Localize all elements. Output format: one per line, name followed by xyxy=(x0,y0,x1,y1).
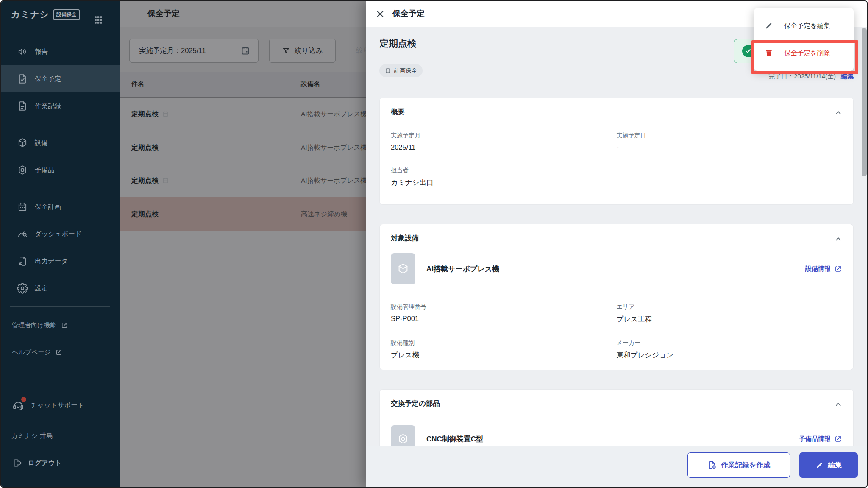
sidebar-item-spare-parts[interactable]: 予備品 xyxy=(1,156,120,184)
chevron-up-icon[interactable] xyxy=(834,108,843,117)
field-label: 設備管理番号 xyxy=(391,303,617,311)
equipment-card: 対象設備 AI搭載サーボプレス機 設備情報 設備管理番号 SP-P001 エリア… xyxy=(379,224,854,370)
equipment-card-title: 対象設備 xyxy=(391,234,419,243)
main-content: 保全予定 実施予定月：2025/11 絞り込み 絞り 件名 設備名 定期点検 A… xyxy=(120,1,366,487)
document-check-icon xyxy=(17,73,28,84)
type-badge-label: 計画保全 xyxy=(394,67,417,75)
sidebar-nav: 報告 保全予定 作業記録 設備 予備品 保全計画 xyxy=(1,38,120,366)
calendar-icon xyxy=(385,67,391,74)
sidebar-link-label: 管理者向け機能 xyxy=(12,321,56,329)
calendar-icon xyxy=(17,201,28,212)
document-plus-icon xyxy=(707,460,717,470)
sidebar-divider xyxy=(10,124,110,124)
record-heading: 定期点検 xyxy=(379,37,417,50)
row-subject: 定期点検 xyxy=(131,143,159,152)
sidebar-link-help[interactable]: ヘルプページ xyxy=(1,339,120,366)
row-equipment: 高速ネジ締め機 xyxy=(301,209,369,219)
field-value: - xyxy=(617,143,843,151)
sidebar-item-maintenance-plan[interactable]: 保全計画 xyxy=(1,193,120,220)
filter-button[interactable]: 絞り込み xyxy=(269,39,336,63)
external-link-icon xyxy=(834,435,842,443)
megaphone-icon xyxy=(17,46,28,57)
menu-item-edit-schedule[interactable]: 保全予定を編集 xyxy=(754,12,854,39)
logo-text: カミナシ xyxy=(11,8,49,20)
overview-card-title: 概要 xyxy=(391,107,405,117)
sidebar-item-dashboard[interactable]: ダッシュボード xyxy=(1,220,120,248)
table-row[interactable]: 定期点検 AI搭載サーボプレス機 xyxy=(120,131,366,164)
create-work-record-button[interactable]: 作業記録を作成 xyxy=(687,452,790,478)
field-value: 東和プレシジョン xyxy=(617,351,843,360)
parts-card-title: 交換予定の部品 xyxy=(391,399,440,408)
field-value: プレス工程 xyxy=(617,315,843,324)
equipment-name: AI搭載サーボプレス機 xyxy=(426,264,805,274)
calendar-icon xyxy=(240,46,250,56)
external-link-icon xyxy=(55,349,63,356)
edit-button-label: 編集 xyxy=(828,460,842,470)
close-icon[interactable] xyxy=(375,8,386,20)
field-value: 2025/11 xyxy=(391,143,617,151)
sidebar-item-work-records[interactable]: 作業記録 xyxy=(1,92,120,120)
app-switcher-icon[interactable] xyxy=(93,15,103,25)
part-name: CNC制御装置C型 xyxy=(426,434,799,444)
document-export-icon xyxy=(17,256,28,267)
sidebar-item-label: 保全計画 xyxy=(35,203,61,212)
row-subject: 定期点検 xyxy=(131,176,159,185)
app-window: カミナシ 設備保全 報告 保全予定 作業記録 設備 xyxy=(0,0,868,488)
field: 担当者 カミナシ出口 xyxy=(391,167,617,187)
month-filter-label: 実施予定月：2025/11 xyxy=(139,46,206,56)
chevron-up-icon[interactable] xyxy=(834,234,843,244)
edit-button[interactable]: 編集 xyxy=(799,452,858,478)
sidebar-item-label: 出力データ xyxy=(35,257,68,266)
sidebar-item-export-data[interactable]: 出力データ xyxy=(1,248,120,275)
field: 設備種別 プレス機 xyxy=(391,339,617,360)
part-info-link-label: 予備品情報 xyxy=(799,435,831,443)
chat-support-label: チャットサポート xyxy=(31,401,84,410)
sidebar-item-equipment[interactable]: 設備 xyxy=(1,129,120,156)
completion-line: 完了日：2025/11/14(金) 編集 xyxy=(768,73,854,81)
part-info-link[interactable]: 予備品情報 xyxy=(799,435,842,443)
field-label: 設備種別 xyxy=(391,339,617,347)
field-label: 実施予定日 xyxy=(617,132,843,139)
equipment-info-link[interactable]: 設備情報 xyxy=(805,265,842,273)
equipment-info-link-label: 設備情報 xyxy=(805,265,831,273)
sidebar-item-label: 設定 xyxy=(35,284,48,293)
document-lines-icon xyxy=(17,100,28,112)
check-circle-icon xyxy=(742,45,754,57)
filter-button-label: 絞り込み xyxy=(295,46,323,56)
sidebar-link-label: ヘルプページ xyxy=(12,349,51,357)
table-row[interactable]: 定期点検 AI搭載サーボプレス機 xyxy=(120,164,366,197)
scrollbar-thumb[interactable] xyxy=(862,28,867,176)
sidebar-item-label: ダッシュボード xyxy=(35,230,82,239)
field: メーカー 東和プレシジョン xyxy=(617,339,843,360)
table-row[interactable]: 定期点検 AI搭載サーボプレス機 xyxy=(120,98,366,131)
filter-bar: 実施予定月：2025/11 絞り込み 絞り xyxy=(120,27,366,72)
row-equipment: AI搭載サーボプレス機 xyxy=(301,142,369,152)
sidebar: カミナシ 設備保全 報告 保全予定 作業記録 設備 xyxy=(1,1,120,487)
menu-item-label: 保全予定を編集 xyxy=(784,22,830,31)
menu-item-label: 保全予定を削除 xyxy=(784,49,830,58)
sidebar-item-label: 予備品 xyxy=(35,166,55,175)
menu-item-delete-schedule[interactable]: 保全予定を削除 xyxy=(754,39,854,67)
sidebar-item-label: 設備 xyxy=(35,139,48,148)
chat-support-button[interactable]: チャットサポート xyxy=(1,392,120,419)
field: エリア プレス工程 xyxy=(617,303,843,324)
sidebar-item-settings[interactable]: 設定 xyxy=(1,275,120,302)
sidebar-item-report[interactable]: 報告 xyxy=(1,38,120,65)
logout-button[interactable]: ログアウト xyxy=(1,451,120,475)
completion-edit-link[interactable]: 編集 xyxy=(841,73,854,81)
field: 設備管理番号 SP-P001 xyxy=(391,303,617,324)
row-subject: 定期点検 xyxy=(131,110,159,119)
month-filter[interactable]: 実施予定月：2025/11 xyxy=(129,39,259,63)
row-equipment: AI搭載サーボプレス機 xyxy=(301,109,369,119)
trash-icon xyxy=(765,49,773,57)
drawer-title: 保全予定 xyxy=(392,8,425,19)
detail-drawer: 保全予定 定期点検 計画保全 完了日：2025/11/14(金) 編集 概要 実… xyxy=(366,1,868,487)
chevron-up-icon[interactable] xyxy=(834,400,843,409)
table-row-selected[interactable]: 定期点検 高速ネジ締め機 xyxy=(120,197,366,231)
equipment-thumbnail-cube-icon xyxy=(391,253,415,284)
field-label: エリア xyxy=(617,303,843,311)
sidebar-item-maintenance-schedule[interactable]: 保全予定 xyxy=(1,65,120,92)
cube-icon xyxy=(17,137,28,148)
sidebar-link-admin[interactable]: 管理者向け機能 xyxy=(1,312,120,339)
row-subject: 定期点検 xyxy=(131,210,159,219)
